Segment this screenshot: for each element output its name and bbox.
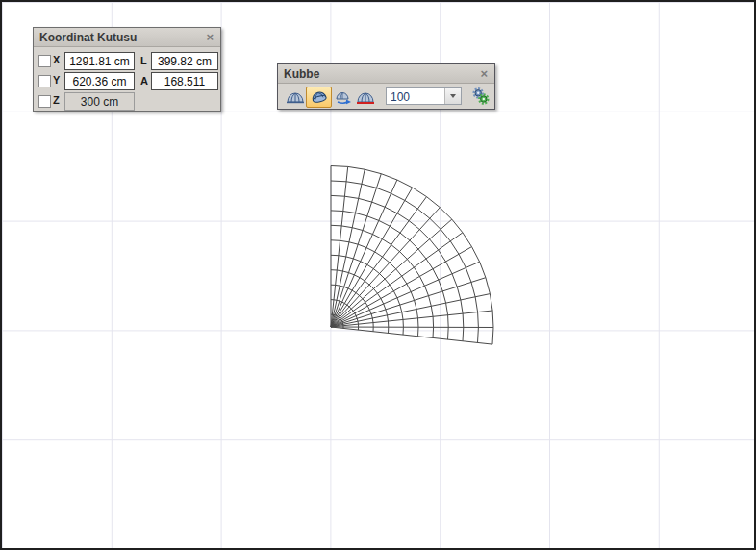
- dome-move-button[interactable]: [331, 87, 355, 108]
- z-axis-label: Z: [53, 94, 60, 106]
- y-value-field[interactable]: 620.36 cm: [64, 72, 135, 90]
- l-label: L: [140, 55, 147, 66]
- dome-move-icon: [334, 90, 353, 105]
- chevron-down-icon: [450, 94, 456, 98]
- dome-toolbar-titlebar[interactable]: Kubbe ×: [278, 64, 494, 84]
- close-icon[interactable]: ×: [479, 67, 489, 81]
- a-value-field[interactable]: 168.511: [151, 72, 218, 90]
- segment-count-combobox[interactable]: 100: [386, 88, 462, 105]
- x-value-field[interactable]: 1291.81 cm: [64, 52, 135, 70]
- dome-3d-view-icon: [310, 89, 329, 105]
- dome-ribbed-icon: [286, 90, 305, 105]
- dome-toolbar-title: Kubbe: [284, 67, 479, 81]
- dome-red-base-icon: [356, 90, 375, 105]
- l-value-field[interactable]: 399.82 cm: [151, 52, 218, 70]
- dome-ribbed-button[interactable]: [283, 87, 307, 108]
- z-value-field[interactable]: 300 cm: [64, 92, 135, 111]
- coordinate-row-x: X 1291.81 cm L 399.82 cm: [34, 52, 222, 70]
- dome-settings-button[interactable]: [470, 86, 491, 107]
- drawing-canvas[interactable]: Koordinat Kutusu × X 1291.81 cm L 399.82…: [0, 0, 756, 550]
- y-axis-checkbox[interactable]: [38, 75, 51, 88]
- dome-toolbar-panel[interactable]: Kubbe ×: [277, 63, 495, 110]
- coordinate-row-y: Y 620.36 cm A 168.511: [34, 72, 222, 90]
- dome-3d-view-button[interactable]: [306, 87, 332, 108]
- gears-icon: [471, 87, 491, 106]
- coordinate-row-z: Z 300 cm: [34, 92, 222, 111]
- a-label: A: [140, 75, 148, 87]
- dome-red-base-button[interactable]: [353, 87, 377, 108]
- segment-count-value[interactable]: 100: [387, 88, 444, 104]
- coordinate-box-titlebar[interactable]: Koordinat Kutusu ×: [34, 28, 220, 47]
- x-axis-label: X: [53, 54, 60, 65]
- z-axis-checkbox[interactable]: [38, 95, 51, 108]
- x-axis-checkbox[interactable]: [38, 55, 51, 67]
- close-icon[interactable]: ×: [205, 31, 214, 44]
- y-axis-label: Y: [53, 74, 60, 86]
- combobox-dropdown-button[interactable]: [444, 88, 461, 104]
- coordinate-box-title: Koordinat Kutusu: [39, 31, 205, 44]
- coordinate-box-panel[interactable]: Koordinat Kutusu × X 1291.81 cm L 399.82…: [33, 27, 221, 112]
